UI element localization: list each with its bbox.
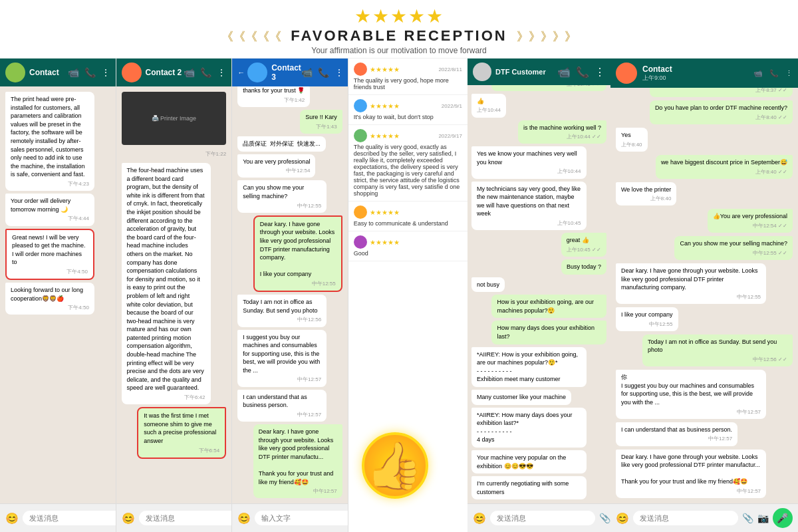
- send-button-r[interactable]: 🎤: [773, 508, 793, 528]
- message-time: 中午12:55: [243, 202, 321, 209]
- phone-icon[interactable]: 📞: [84, 67, 96, 78]
- message-time: 上午8:40: [621, 195, 671, 202]
- camera-icon-r[interactable]: 📷: [757, 513, 769, 523]
- message-text: 👍You are very professional: [713, 212, 787, 221]
- emoji-icon-3[interactable]: 😊: [237, 512, 251, 525]
- attach-icon-c[interactable]: 📎: [599, 513, 610, 523]
- center-avatar: [473, 63, 491, 81]
- right-video-icon[interactable]: 📹: [753, 69, 763, 78]
- message-time: 上午10:43 ✓✓: [497, 85, 601, 88]
- message-bubble: We love the printer上午8:40: [616, 182, 676, 206]
- center-contact-name: DTF Customer: [495, 68, 546, 76]
- message-time: 上午8:37 ✓✓: [655, 88, 787, 94]
- message-text: Today I am not in office as Sunday. But …: [648, 338, 787, 354]
- review-date: 2022/9/17: [438, 133, 462, 139]
- right-contact-status: 上午9:00: [642, 74, 753, 82]
- message-bubble: Busy today ?: [561, 259, 606, 275]
- more-icon[interactable]: ⋮: [101, 67, 110, 78]
- message-text: Dear kary. I have gone through your webs…: [621, 453, 761, 486]
- header: ★★★★★ 《《《《《 FAVORABLE RECEPTION 》》》》》 Yo…: [0, 0, 798, 59]
- message-text: Can you show me your selling machine?: [243, 184, 321, 200]
- review-stars: ★★★★★: [370, 102, 400, 110]
- right-chat-body: luckyconsol said that he can pick up the…: [610, 88, 798, 503]
- page-subtitle: Your affirmation is our motivation to mo…: [0, 46, 798, 55]
- message-text: I like your company: [621, 311, 673, 319]
- back-icon-3[interactable]: ←: [237, 68, 245, 76]
- message-bubble: *AIIREY: How is your exhibition going, a…: [471, 347, 587, 387]
- message-text: thanks for your trust 🌹: [243, 86, 305, 95]
- review-avatar: [354, 129, 367, 142]
- review-text: The quality is very good, exactly as des…: [354, 144, 462, 197]
- message-bubble: 品质保证 对外保证 快速发...: [237, 136, 326, 152]
- message-time: 中午12:57: [243, 376, 321, 383]
- message-bubble: It was the first time I met someone shim…: [137, 407, 226, 459]
- message-bubble: Today I am not in office as Sunday. But …: [642, 334, 793, 366]
- message-bubble: great 👍上午10:45 ✓✓: [561, 233, 606, 257]
- message-bubble: I can understand that as business person…: [237, 390, 327, 422]
- message-text: Many customer like your machine: [477, 393, 566, 402]
- message-bubble: My technicians say very good, they like …: [471, 182, 587, 231]
- message-time: 中午12:57: [621, 487, 761, 495]
- attach-icon-r[interactable]: 📎: [742, 513, 753, 523]
- message-text: Yes we know your machines very well you …: [477, 150, 581, 166]
- emoji-icon[interactable]: 😊: [5, 512, 19, 525]
- chat-header-3: ← Contact 3 📹 📞 ⋮: [232, 59, 348, 86]
- message-bubble: 👍上午10:44: [471, 94, 506, 118]
- message-bubble: Dear kary. I have gone through your webs…: [616, 450, 766, 499]
- message-text: Today I am not in office as Sunday. But …: [243, 298, 321, 315]
- right-phone-icon[interactable]: 📞: [769, 69, 779, 78]
- center-phone-icon[interactable]: 📞: [576, 66, 589, 78]
- message-time: 下午6:54: [144, 447, 219, 454]
- message-bubble: Sure !! Kary下午1:43: [300, 110, 342, 134]
- right-more-icon[interactable]: ⋮: [785, 69, 793, 78]
- message-bubble: Your order will delivery tomorrow mornin…: [5, 194, 94, 225]
- chat-body-2: 🖨️ Printer Image下午1:22The four-head mach…: [116, 86, 232, 503]
- emoji-icon-c[interactable]: 😊: [473, 512, 486, 525]
- more-icon-2[interactable]: ⋮: [217, 67, 226, 78]
- message-time: 下午4:23: [11, 180, 89, 188]
- message-time: 中午12:57: [621, 435, 732, 442]
- review-stars: ★★★★★: [370, 66, 400, 73]
- message-text: 👍: [477, 97, 501, 106]
- review-user-row: ★★★★★: [354, 235, 462, 249]
- message-bubble: wow , you install yourself without any o…: [491, 85, 606, 91]
- right-chat-input[interactable]: [633, 511, 738, 525]
- message-text: How many days does your exhibition last?: [497, 324, 601, 340]
- review-text: Easy to communicate & understand: [354, 220, 462, 227]
- chat-input-bar-3: 😊 📎 📷 🎤: [232, 503, 348, 532]
- arrows-right: 》》》》》: [517, 30, 577, 43]
- message-text: Your machine very popular on the exhibit…: [477, 454, 581, 470]
- center-chat-input[interactable]: [490, 511, 595, 525]
- right-contact-name: Contact: [642, 65, 753, 74]
- message-text: Great news! I will be very pleased to ge…: [12, 233, 88, 267]
- message-time: 下午6:42: [127, 394, 205, 401]
- avatar-3: [247, 63, 267, 82]
- message-text: You are very professional: [243, 158, 310, 166]
- center-video-icon[interactable]: 📹: [557, 66, 571, 78]
- phone-icon-3[interactable]: 📞: [318, 67, 329, 78]
- video-icon-3[interactable]: 📹: [301, 67, 313, 78]
- message-bubble: 👍You are very professional中午12:54 ✓✓: [708, 209, 793, 233]
- center-more-icon[interactable]: ⋮: [595, 66, 605, 78]
- chat-input-3[interactable]: [255, 511, 348, 525]
- message-bubble: 你 I suggest you buy our machines and con…: [616, 370, 766, 419]
- message-text: It was the first time I met someone shim…: [144, 412, 219, 445]
- chat-input-2[interactable]: [139, 511, 233, 525]
- message-text: Yes: [621, 131, 642, 140]
- chat-body-1: The print head were pre-installed for cu…: [0, 86, 116, 503]
- emoji-icon-r[interactable]: 😊: [616, 512, 629, 525]
- review-item: ★★★★★2022/9/17The quality is very good, …: [348, 125, 467, 201]
- video-icon-2[interactable]: 📹: [184, 67, 195, 78]
- chat-input-1[interactable]: [23, 511, 116, 525]
- video-icon[interactable]: 📹: [68, 67, 79, 78]
- message-time: 上午10:44: [477, 168, 581, 175]
- message-time: 中午12:54: [243, 167, 310, 174]
- message-bubble: I can understand that as business person…: [616, 422, 737, 446]
- more-icon-3[interactable]: ⋮: [334, 67, 344, 78]
- message-time: 中午12:57: [243, 411, 321, 418]
- review-stars: ★★★★★: [370, 239, 400, 246]
- phone-icon-2[interactable]: 📞: [200, 67, 211, 78]
- star-rating: ★★★★★: [0, 5, 798, 27]
- emoji-icon-2[interactable]: 😊: [122, 512, 135, 525]
- center-chat: DTF Customer 📹 📞 ⋮ 今天 dear上午10:39 ✓✓is e…: [467, 59, 610, 532]
